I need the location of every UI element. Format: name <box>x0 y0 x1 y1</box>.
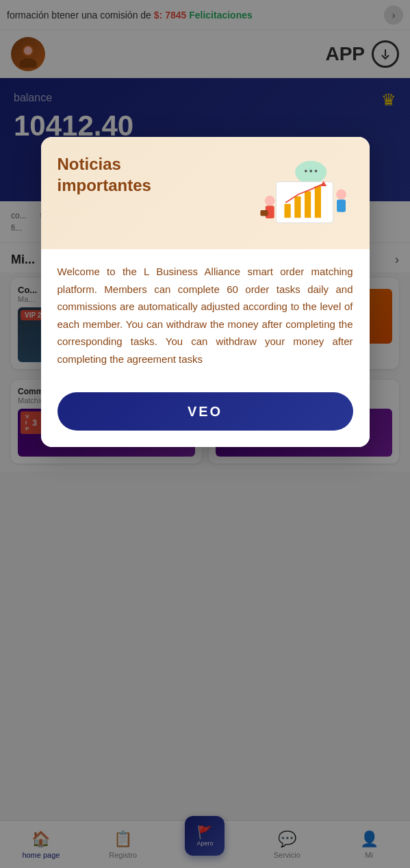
modal-body-text: Welcome to the L Business Alliance smart… <box>57 263 353 368</box>
svg-rect-9 <box>284 204 290 218</box>
svg-point-7 <box>314 170 317 173</box>
modal-title-line1: Noticias <box>57 153 151 175</box>
modal-title-block: Noticias importantes <box>57 153 151 196</box>
svg-point-14 <box>264 196 274 206</box>
modal-body: Welcome to the L Business Alliance smart… <box>41 249 370 381</box>
svg-rect-10 <box>294 196 300 218</box>
modal-footer: VEO <box>41 381 370 447</box>
modal-dialog: Noticias importantes <box>41 137 370 447</box>
svg-rect-18 <box>337 199 346 212</box>
svg-point-5 <box>305 170 307 173</box>
modal-illustration <box>253 153 356 235</box>
svg-rect-11 <box>305 191 311 218</box>
modal-overlay: Noticias importantes <box>0 0 410 868</box>
svg-point-6 <box>309 170 312 173</box>
svg-rect-16 <box>260 210 268 216</box>
svg-rect-12 <box>314 186 320 218</box>
modal-header: Noticias importantes <box>41 137 370 249</box>
modal-title-line2: importantes <box>57 175 151 196</box>
svg-point-17 <box>336 190 346 200</box>
veo-button[interactable]: VEO <box>57 392 353 431</box>
